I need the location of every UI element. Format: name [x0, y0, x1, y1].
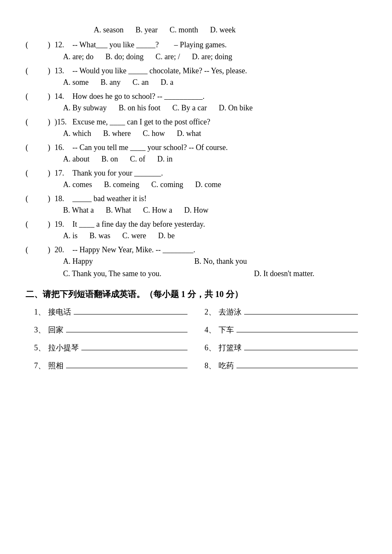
text-4: 下车: [219, 325, 234, 335]
question-17: ( ) 17. Thank you for your _______. A. c…: [26, 169, 366, 189]
option-d: D. what: [177, 129, 201, 138]
option-a: A. is: [63, 231, 78, 240]
text-7: 照相: [48, 361, 63, 371]
text-3: 回家: [48, 325, 63, 335]
q-text: Thank you for your _______.: [72, 169, 366, 178]
paren-close: ): [48, 194, 55, 203]
label-2: 2、: [205, 307, 216, 317]
q-num: )15.: [55, 118, 72, 127]
q-text: _____ bad weather it is!: [72, 194, 366, 203]
q-num: 19.: [55, 220, 72, 229]
label-7: 7、: [34, 361, 46, 371]
translation-row-1: 1、 接电话 2、 去游泳: [34, 306, 366, 317]
option-d: D. It doesn't matter.: [254, 269, 314, 278]
option-a: A. season: [94, 26, 124, 35]
paren-open: (: [26, 118, 38, 127]
line-3: [66, 324, 187, 332]
paren-open: (: [26, 92, 38, 101]
option-c: C. How a: [143, 206, 173, 215]
paren-space: [38, 40, 48, 49]
paren-space: [38, 66, 48, 75]
text-8: 吃药: [219, 361, 234, 371]
question-13: ( ) 13. -- Would you like _____ chocolat…: [26, 66, 366, 87]
section-2: 二、请把下列短语翻译成英语。（每小题 1 分，共 10 分） 1、 接电话 2、…: [26, 289, 366, 371]
option-b: B. on his foot: [119, 104, 161, 113]
paren-close: ): [48, 40, 55, 49]
option-d: D. a: [161, 78, 173, 87]
option-d: D. week: [210, 26, 236, 35]
translation-item-8: 8、 吃药: [205, 360, 358, 371]
q-num: 13.: [55, 66, 72, 75]
paren-space: [38, 194, 48, 203]
option-a: A. By subway: [63, 104, 107, 113]
option-b: B. on: [101, 155, 118, 164]
line-2: [244, 306, 358, 315]
paren-open: (: [26, 194, 38, 203]
option-b: B. was: [89, 231, 110, 240]
option-c: C. were: [122, 231, 146, 240]
q-num: 18.: [55, 194, 72, 203]
option-c: C. an: [133, 78, 149, 87]
q-text: How does he go to school? -- __________.: [72, 92, 366, 101]
paren-close: ): [48, 92, 55, 101]
option-c: C. month: [170, 26, 198, 35]
question-15: ( ) )15. Excuse me, ____ can I get to th…: [26, 118, 366, 138]
paren-close: ): [48, 118, 55, 127]
option-b: B. What: [106, 206, 131, 215]
question-12: ( ) 12. -- What___ you like _____? – Pla…: [26, 40, 366, 61]
paren-space: [38, 143, 48, 152]
option-d: D. come: [195, 180, 221, 189]
q-text: -- Would you like _____ chocolate, Mike?…: [72, 66, 366, 75]
translation-item-7: 7、 照相: [34, 360, 187, 371]
label-6: 6、: [205, 343, 216, 353]
option-d: D. On bike: [219, 104, 253, 113]
question-19: ( ) 19. It ____ a fine day the day befor…: [26, 220, 366, 240]
paren-space: [38, 169, 48, 178]
label-5: 5、: [34, 343, 46, 353]
paren-open: (: [26, 220, 38, 229]
q-num: 12.: [55, 40, 72, 49]
option-d: D. be: [158, 231, 175, 240]
question-11-options: A. season B. year C. month D. week: [26, 26, 366, 35]
option-b: B. any: [101, 78, 121, 87]
text-1: 接电话: [48, 307, 71, 317]
q-num: 14.: [55, 92, 72, 101]
paren-open: (: [26, 245, 38, 254]
q-text: -- What___ you like _____? – Playing gam…: [72, 40, 366, 50]
translation-item-5: 5、 拉小提琴: [34, 342, 187, 353]
option-a: A. about: [63, 155, 89, 164]
translation-row-4: 7、 照相 8、 吃药: [34, 360, 366, 371]
text-2: 去游泳: [219, 307, 242, 317]
option-a: B. What a: [63, 206, 94, 215]
translation-row-3: 5、 拉小提琴 6、 打篮球: [34, 342, 366, 353]
option-c: C. By a car: [173, 104, 207, 113]
option-b: B. where: [103, 129, 131, 138]
option-b: B. do; doing: [105, 52, 144, 61]
line-1: [74, 306, 187, 315]
label-4: 4、: [205, 325, 216, 335]
paren-close: ): [48, 169, 55, 178]
line-5: [81, 342, 187, 350]
translation-item-3: 3、 回家: [34, 324, 187, 335]
line-4: [236, 324, 358, 332]
q-num: 16.: [55, 143, 72, 152]
option-a: A. comes: [63, 180, 92, 189]
option-b: B. comeing: [104, 180, 139, 189]
translation-row-2: 3、 回家 4、 下车: [34, 324, 366, 335]
q-text: -- Can you tell me ____ your school? -- …: [72, 143, 366, 152]
section-2-header: 二、请把下列短语翻译成英语。（每小题 1 分，共 10 分）: [26, 289, 366, 300]
question-18: ( ) 18. _____ bad weather it is! B. What…: [26, 194, 366, 215]
paren-close: ): [48, 66, 55, 75]
paren-close: ): [48, 143, 55, 152]
option-b: B. No, thank you: [194, 257, 247, 266]
option-c: C. are; /: [156, 52, 180, 61]
translation-item-2: 2、 去游泳: [205, 306, 358, 317]
option-d: D. How: [184, 206, 208, 215]
paren-close: ): [48, 220, 55, 229]
label-8: 8、: [205, 361, 216, 371]
translation-item-1: 1、 接电话: [34, 306, 187, 317]
option-d: D. in: [157, 155, 173, 164]
option-a: A. some: [63, 78, 89, 87]
option-c: C. coming: [151, 180, 183, 189]
option-d: D. are; doing: [192, 52, 232, 61]
